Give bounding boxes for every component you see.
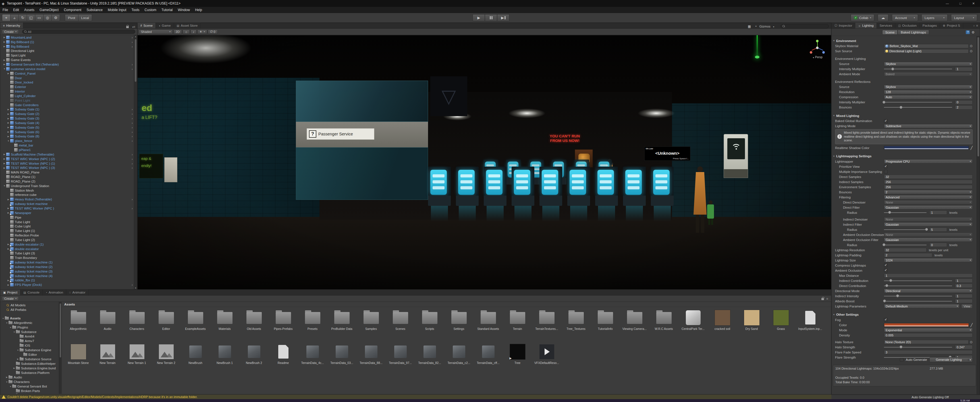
shading-mode-dropdown[interactable]: Shaded▾ — [139, 30, 173, 34]
asset-cracked-soil[interactable]: cracked soil — [708, 307, 737, 331]
folder-armv7[interactable]: Armv7 — [0, 339, 59, 343]
asset-materials[interactable]: Materials — [210, 307, 239, 331]
hierarchy-item[interactable]: Door — [0, 76, 134, 80]
eyedropper-icon[interactable]: ╱ — [970, 146, 973, 150]
hierarchy-item[interactable]: Spot Light — [0, 53, 134, 58]
x-axis-handle[interactable] — [810, 51, 812, 54]
expand-arrow-icon[interactable]: ▶ — [3, 63, 6, 66]
asset-centralpark-ter-[interactable]: CentralPark Ter... — [678, 307, 708, 331]
expand-arrow-icon[interactable]: ▶ — [6, 131, 10, 133]
section-other-settings[interactable]: Other Settings — [832, 312, 977, 317]
asset-new-terrain-2[interactable]: New Terrain 2 — [151, 342, 181, 364]
slider-handle[interactable] — [883, 243, 885, 246]
folder-plugins[interactable]: ▼Plugins — [0, 325, 59, 329]
grid-toggle-icon[interactable]: ▦ — [748, 24, 751, 28]
dropdown[interactable]: 1024▾ — [884, 258, 973, 262]
rect-tool[interactable]: ▭ — [35, 14, 43, 21]
slider[interactable] — [884, 212, 927, 213]
hierarchy-item[interactable]: ▶Subway Gate (2)› — [0, 112, 134, 116]
asset-terraindata-97-[interactable]: TerrainData_97... — [386, 342, 415, 364]
prefab-open-icon[interactable]: › — [132, 198, 133, 201]
value-field[interactable]: 2 — [955, 105, 973, 109]
prefab-open-icon[interactable]: › — [132, 112, 133, 116]
menu-substance[interactable]: Substance — [84, 8, 105, 12]
hierarchy-item[interactable]: Reflection Probe — [0, 233, 134, 237]
hierarchy-item[interactable]: Cube Light — [0, 224, 134, 228]
tab-lighting[interactable]: ☼Lighting — [855, 23, 877, 28]
view-button[interactable]: View — [961, 304, 973, 309]
dropdown[interactable]: Gaussian▾ — [884, 222, 973, 226]
value-field[interactable]: 0 — [955, 100, 973, 104]
folder-materials[interactable]: Materials — [0, 393, 59, 394]
prefab-open-icon[interactable]: › — [132, 121, 133, 125]
prefab-open-icon[interactable]: › — [132, 117, 133, 120]
console-warning-message[interactable]: Couldn't delete Packages/com.unity.visua… — [7, 395, 197, 399]
expand-arrow-icon[interactable]: ▶ — [13, 367, 16, 369]
text-field[interactable]: 256 — [884, 185, 973, 189]
text-field[interactable]: 0.005 — [884, 333, 973, 337]
favorite-all-prefabs[interactable]: All Prefabs — [0, 307, 59, 312]
close-button[interactable]: ✕ — [967, 0, 980, 7]
asset-terraindata-82-[interactable]: TerrainData_82... — [415, 342, 444, 364]
scene-audio-toggle[interactable]: ♪ — [191, 30, 197, 34]
asset-old-assets[interactable]: Old Assets — [239, 307, 269, 331]
layers-dropdown[interactable]: Layers▾ — [921, 14, 948, 21]
scale-tool[interactable]: ◱ — [27, 14, 35, 21]
hierarchy-item[interactable]: Tube Light (2) — [0, 237, 134, 242]
asset-vfxdefaultreso-[interactable]: VFXDefaultReso... — [532, 342, 562, 364]
hierarchy-item[interactable]: Tube Light (1) — [0, 228, 134, 233]
scene-viewport[interactable]: ? Passenger Service ▽ YOU CAN'T RUN FROM… — [138, 35, 831, 289]
menu-window[interactable]: Window — [175, 8, 192, 12]
section-environment[interactable]: Environment — [832, 38, 977, 43]
asset-terraindata-cff-[interactable]: TerrainData_cff... — [474, 342, 503, 364]
slider-handle[interactable] — [885, 284, 888, 287]
slider[interactable] — [884, 347, 952, 348]
object-field[interactable]: None (Texture 2D) — [884, 340, 969, 344]
dropdown[interactable]: 2▾ — [884, 190, 973, 194]
expand-arrow-icon[interactable]: ▶ — [3, 36, 6, 39]
scene-fx-dropdown[interactable]: ∗▾ — [197, 30, 207, 34]
prefab-open-icon[interactable]: › — [132, 67, 133, 71]
prefab-open-icon[interactable]: › — [132, 40, 133, 44]
transform-tool[interactable]: ◎ — [43, 14, 52, 21]
value-field[interactable]: 1 — [955, 294, 973, 298]
local-toggle[interactable]: Local — [78, 14, 92, 21]
hierarchy-search-input[interactable]: All — [22, 30, 135, 34]
expand-arrow-icon[interactable]: ▶ — [6, 113, 10, 115]
prefab-open-icon[interactable]: › — [132, 283, 133, 286]
hierarchy-item[interactable]: ROAD_Plane (2) — [0, 179, 134, 184]
eyedropper-icon[interactable]: ╱ — [970, 323, 973, 327]
generate-lighting-button[interactable]: Generate Lighting▾ — [929, 357, 973, 362]
slider-handle[interactable] — [900, 106, 902, 109]
slider[interactable] — [884, 245, 927, 245]
asset-allegorithmic[interactable]: Allegorithmic — [64, 307, 93, 331]
asset-mountain-stone[interactable]: Mountain Stone — [64, 342, 93, 364]
value-field[interactable]: 1 — [955, 279, 973, 283]
minimize-button[interactable]: — — [941, 0, 954, 7]
hierarchy-item[interactable]: pPlane1 — [0, 148, 134, 152]
prefab-open-icon[interactable]: › — [132, 130, 133, 134]
checkbox[interactable] — [884, 269, 888, 272]
color-field[interactable] — [884, 323, 969, 327]
asset-tree-textures[interactable]: Tree_Textures — [562, 307, 590, 331]
color-field[interactable] — [884, 146, 969, 150]
asset-characters[interactable]: Characters — [122, 307, 151, 331]
asset-tutorialinfo[interactable]: TutorialInfo — [590, 307, 620, 331]
menu-assets[interactable]: Assets — [22, 8, 37, 12]
expand-arrow-icon[interactable]: ▶ — [6, 198, 10, 201]
expand-arrow-icon[interactable]: ▶ — [6, 283, 10, 286]
asset-new-terrain-1[interactable]: New Terrain 1 — [122, 342, 151, 364]
dropdown[interactable]: Skybox▾ — [884, 62, 973, 66]
folder-general-servant-bot[interactable]: ▼General Servant Bot — [0, 384, 59, 389]
dropdown[interactable]: Subtractive▾ — [884, 124, 973, 128]
expand-arrow-icon[interactable]: ▶ — [6, 207, 10, 209]
object-field[interactable]: Directional Light (Light) — [884, 49, 969, 53]
slider-handle[interactable] — [883, 299, 886, 302]
hierarchy-item[interactable]: ▶Newspaper — [0, 210, 134, 215]
2d-toggle[interactable]: 2D — [173, 30, 182, 34]
folder-allegorithmic[interactable]: ▼Allegorithmic — [0, 321, 59, 325]
slider-handle[interactable] — [896, 294, 899, 297]
expand-arrow-icon[interactable]: ▼ — [3, 185, 6, 187]
expand-arrow-icon[interactable]: ▼ — [6, 140, 10, 142]
hierarchy-item[interactable]: ▶double escalator (1) — [0, 242, 134, 247]
